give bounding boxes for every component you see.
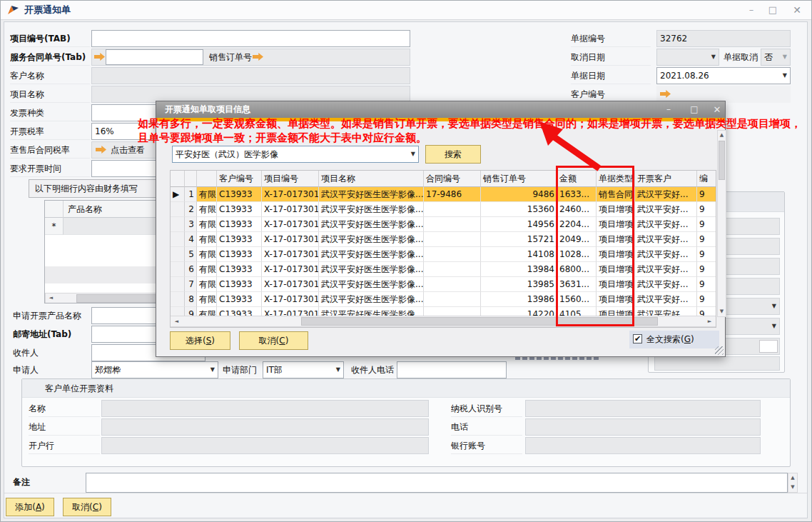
project-no-input[interactable] xyxy=(91,30,410,47)
cell-company: 有限公... xyxy=(197,247,217,262)
cancel-button[interactable]: 取消(C) xyxy=(63,498,111,516)
cell-customer-no: C13933 xyxy=(217,217,262,232)
cell-customer-no: C13933 xyxy=(217,292,262,307)
cell-extra: 9 xyxy=(697,232,716,247)
close-icon[interactable]: ✕ xyxy=(710,103,724,116)
remark-input[interactable] xyxy=(86,473,788,493)
button-label: A xyxy=(36,502,41,512)
finance-subfield[interactable] xyxy=(759,340,778,353)
cell-sales-order: 15360 xyxy=(481,202,557,217)
scrollbar-thumb[interactable] xyxy=(719,141,725,180)
annotation-line2: 且单号要跟增项单一致；开票金额不能大于表中对应行金额。 xyxy=(138,131,723,146)
taxid-label: 纳税人识别号 xyxy=(451,400,522,417)
vertical-scrollbar[interactable]: ▲ ▼ xyxy=(788,473,798,493)
cancel-date-label: 取消日期 xyxy=(571,49,651,66)
header-cell-invoice-customer[interactable]: 开票客户 xyxy=(635,171,697,187)
scroll-left-icon[interactable]: ◄ xyxy=(172,317,181,326)
window-titlebar[interactable]: 开票通知单 – □ ✕ xyxy=(0,0,812,20)
cell-customer-no: C13933 xyxy=(217,247,262,262)
cell-invoice-customer: 武汉平安好... xyxy=(635,202,697,217)
doc-date-combo[interactable]: 2021.08.26 ▼ xyxy=(656,67,791,84)
header-cell-project-no[interactable]: 项目编号 xyxy=(262,171,319,187)
scroll-up-icon[interactable]: ▲ xyxy=(788,473,797,483)
header-cell-extra[interactable]: 编 xyxy=(697,171,716,187)
checkbox-checked-icon[interactable]: ✔ xyxy=(633,334,642,343)
cell-project-name: 武汉平安好医生医学影像... xyxy=(319,247,424,262)
label-part: ) xyxy=(691,334,694,344)
doc-cancel-combo[interactable]: 否 ▼ xyxy=(761,49,791,66)
chevron-down-icon[interactable]: ▼ xyxy=(783,73,787,79)
cell-company: 有限公... xyxy=(197,277,217,292)
cell-project-no: X-17-017301 xyxy=(262,232,319,247)
recipient-phone-input[interactable] xyxy=(397,361,507,378)
minimize-icon[interactable]: – xyxy=(742,3,761,17)
row-indicator-icon xyxy=(171,277,185,292)
annotation-arrow xyxy=(534,119,605,176)
minimize-icon[interactable]: – xyxy=(661,103,676,116)
cell-company: 有限公... xyxy=(197,202,217,217)
doc-no-field: 32762 xyxy=(656,30,791,47)
cell-project-name: 武汉平安好医生医学影像... xyxy=(319,217,424,232)
cell-customer-no: C13933 xyxy=(217,232,262,247)
scroll-down-icon[interactable]: ▼ xyxy=(718,307,726,316)
service-contract-input[interactable] xyxy=(106,49,203,65)
search-button[interactable]: 搜索 xyxy=(425,145,481,164)
chevron-down-icon[interactable]: ▼ xyxy=(711,54,716,60)
applicant-label: 申请人 xyxy=(13,361,91,378)
button-label: 选择( xyxy=(186,336,206,346)
dept-combo[interactable]: IT部 ▼ xyxy=(263,361,344,378)
cell-project-no: X-17-017301 xyxy=(262,277,319,292)
scroll-down-icon[interactable]: ▼ xyxy=(788,483,797,492)
project-search-combo[interactable]: 平安好医（武汉）医学影像 ▼ xyxy=(172,146,419,163)
cell-sales-order: 13986 xyxy=(481,292,557,307)
chevron-down-icon[interactable]: ▼ xyxy=(772,303,776,309)
chevron-down-icon[interactable]: ▼ xyxy=(210,367,215,373)
add-button[interactable]: 添加(A) xyxy=(6,498,54,516)
resize-grip[interactable] xyxy=(715,346,724,355)
header-cell-project-name[interactable]: 项目名称 xyxy=(319,171,424,187)
doc-no-label: 单据编号 xyxy=(571,30,651,47)
vertical-scrollbar[interactable]: ▲ ▼ xyxy=(717,130,726,317)
button-label: ) xyxy=(98,502,102,512)
cell-num: 8 xyxy=(185,292,197,307)
maximize-icon[interactable]: □ xyxy=(687,103,701,116)
project-table[interactable]: 客户编号 项目编号 项目名称 合同编号 销售订单号 金额 单据类型 开票客户 编… xyxy=(170,170,716,328)
phone-label: 电话 xyxy=(451,418,522,436)
dialog-titlebar[interactable]: 开票通知单取项目信息 – □ ✕ xyxy=(156,101,725,118)
invoice-time-label: 要求开票时间 xyxy=(10,160,90,177)
cell-invoice-customer: 武汉平安好... xyxy=(635,217,697,232)
dept-label: 申请部门 xyxy=(223,361,263,378)
button-label: ) xyxy=(285,336,289,346)
select-button[interactable]: 选择(S) xyxy=(170,331,230,350)
chevron-down-icon[interactable]: ▼ xyxy=(411,151,415,157)
scroll-right-icon[interactable]: ► xyxy=(705,317,714,326)
applicant-combo[interactable]: 郑熠桦 ▼ xyxy=(91,361,218,378)
chevron-down-icon[interactable]: ▼ xyxy=(772,323,776,329)
row-indicator-icon: ▶ xyxy=(171,187,185,202)
cell-project-name: 武汉平安好医生医学影像... xyxy=(319,187,424,202)
cell-customer-no: C13933 xyxy=(217,277,262,292)
account-field xyxy=(525,437,761,454)
cancel-date-combo[interactable]: ▼ xyxy=(656,49,719,66)
header-cell-contract-no[interactable]: 合同编号 xyxy=(424,171,481,187)
recipient-phone-label: 收件人电话 xyxy=(351,361,397,378)
chevron-down-icon[interactable]: ▼ xyxy=(336,367,340,373)
cell-num: 3 xyxy=(185,217,197,232)
cell-extra: 9 xyxy=(697,187,716,202)
cell-invoice-customer: 武汉平安好... xyxy=(635,187,697,202)
maximize-icon[interactable]: □ xyxy=(763,3,782,17)
project-no-label: 项目编号(TAB) xyxy=(10,30,90,47)
cell-extra: 9 xyxy=(697,262,716,277)
cell-customer-no: C13933 xyxy=(217,202,262,217)
header-cell-customer-no[interactable]: 客户编号 xyxy=(217,171,262,187)
cell-extra: 9 xyxy=(697,292,716,307)
close-icon[interactable]: ✕ xyxy=(788,3,806,17)
scroll-left-icon[interactable]: ◄ xyxy=(46,293,56,303)
dialog-cancel-button[interactable]: 取消(C) xyxy=(239,331,308,350)
fulltext-search-option[interactable]: ✔ 全文搜索(G) xyxy=(629,331,719,348)
cell-invoice-customer: 武汉平安好... xyxy=(635,247,697,262)
customer-name-label: 客户名称 xyxy=(10,67,90,84)
cell-company: 有限公... xyxy=(197,262,217,277)
cell-contract-no xyxy=(424,232,481,247)
cell-num: 4 xyxy=(185,232,197,247)
